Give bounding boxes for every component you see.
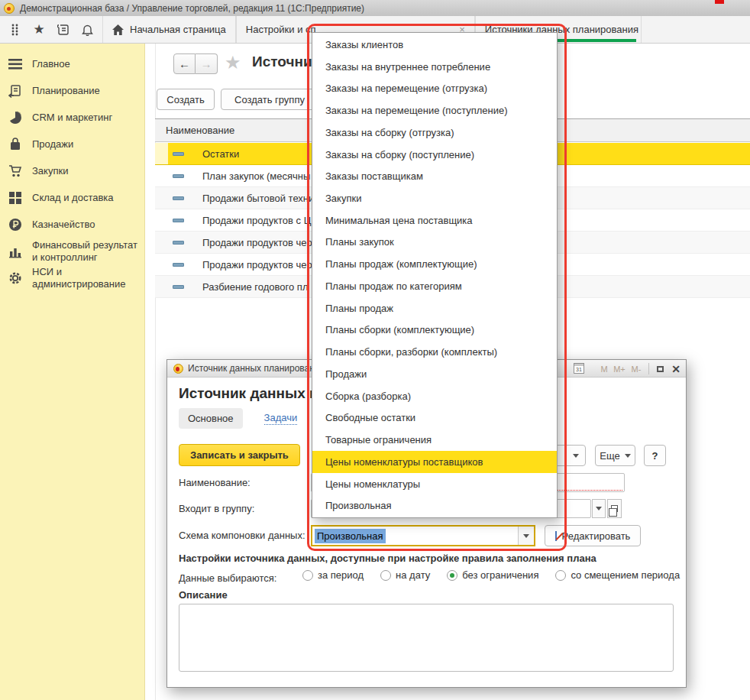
dialog-title: Источник данных планирования: — [188, 363, 327, 374]
radio-option[interactable]: со смещением периода — [555, 569, 680, 581]
radio-icon — [447, 570, 457, 581]
sidebar-item-crm[interactable]: CRM и маркетинг — [8, 104, 141, 131]
dropdown-option[interactable]: Заказы на внутреннее потребление — [312, 56, 557, 78]
dropdown-option[interactable]: Планы закупок — [312, 232, 557, 254]
window-titlebar: Демонстрационная база / Управление торго… — [0, 0, 750, 16]
section-title: Настройки источника данных, доступные пр… — [179, 553, 596, 564]
dcs-selected-value: Произвольная — [315, 529, 386, 543]
sidebar-item-finance[interactable]: Финансовый результат и контроллинг — [8, 238, 141, 264]
dropdown-option[interactable]: Произвольная — [312, 494, 557, 517]
element-dash-icon — [173, 263, 184, 267]
edit-dcs-button[interactable]: Редактировать — [545, 525, 641, 546]
group-dropdown-button[interactable] — [592, 499, 606, 518]
description-textarea[interactable] — [179, 604, 674, 672]
bag-icon — [8, 138, 22, 151]
gear-icon — [8, 271, 22, 285]
sidebar-item-main[interactable]: Главное — [8, 50, 141, 77]
group-open-button[interactable] — [607, 499, 622, 518]
dropdown-option[interactable]: Цены номенклатуры — [312, 473, 557, 495]
chevron-down-icon — [596, 507, 602, 510]
history-icon[interactable] — [54, 21, 73, 39]
tab-main[interactable]: Основное — [179, 408, 243, 429]
element-dash-icon — [173, 174, 184, 178]
create-button[interactable]: Создать — [157, 89, 215, 110]
window-close-fragment — [715, 0, 724, 4]
more-button[interactable]: Еще — [595, 445, 635, 466]
dropdown-option[interactable]: Планы продаж — [312, 297, 557, 319]
sidebar-item-planning[interactable]: Планирование — [8, 77, 141, 104]
element-dash-icon — [173, 152, 184, 156]
memory-button[interactable]: M — [599, 362, 609, 375]
planning-icon — [8, 84, 22, 98]
radio-icon — [555, 570, 566, 581]
service-menu-icon[interactable] — [6, 21, 24, 39]
dropdown-option[interactable]: Сборка (разборка) — [312, 385, 557, 407]
sidebar-item-warehouse[interactable]: Склад и доставка — [8, 184, 141, 211]
dropdown-option[interactable]: Товарные ограничения — [312, 429, 557, 451]
memory-minus-button[interactable]: M- — [629, 362, 643, 375]
1c-app-icon[interactable] — [4, 3, 15, 14]
name-label: Наименование: — [179, 477, 251, 488]
save-and-close-button[interactable]: Записать и закрыть — [179, 444, 300, 466]
sidebar-item-treasury[interactable]: Казначейство — [8, 211, 141, 238]
tab-home[interactable]: Начальная страница — [102, 16, 236, 43]
pie-chart-icon — [8, 111, 22, 125]
element-dash-icon — [173, 219, 184, 222]
dropdown-option[interactable]: Заказы на перемещение (отгрузка) — [312, 77, 557, 99]
dropdown-option[interactable]: Планы сборки, разборки (комплекты) — [312, 341, 557, 363]
bar-chart-icon — [8, 245, 22, 258]
notifications-bell-icon[interactable] — [78, 21, 96, 39]
dropdown-option[interactable]: Закупки — [312, 187, 557, 209]
close-icon[interactable]: ✕ — [670, 362, 682, 375]
help-button[interactable]: ? — [644, 445, 666, 466]
description-label: Описание — [179, 589, 228, 601]
application-window: Демонстрационная база / Управление торго… — [0, 0, 750, 700]
cart-icon — [8, 164, 22, 178]
dropdown-option[interactable]: Планы продаж (комплектующие) — [312, 253, 557, 275]
group-label: Входит в группу: — [179, 503, 254, 514]
sidebar-item-admin[interactable]: НСИ и администрирование — [8, 264, 141, 291]
favorites-star-icon[interactable]: ★ — [30, 21, 48, 39]
radio-icon — [302, 570, 313, 581]
dropdown-option[interactable]: Планы продаж по категориям — [312, 275, 557, 297]
grid-icon — [8, 191, 22, 205]
dropdown-option[interactable]: Цены номенклатуры поставщиков — [312, 451, 557, 473]
dropdown-option[interactable]: Продажи — [312, 363, 557, 385]
element-dash-icon — [173, 241, 184, 245]
home-icon — [112, 24, 124, 35]
menu-icon — [8, 59, 22, 70]
radio-option[interactable]: на дату — [380, 569, 430, 581]
dcs-label: Схема компоновки данных: — [179, 530, 305, 541]
dcs-combobox[interactable]: Произвольная — [311, 525, 535, 546]
titlebar-separator — [648, 363, 649, 374]
maximize-icon[interactable] — [654, 362, 666, 375]
dropdown-option[interactable]: Заказы на сборку (поступление) — [312, 144, 557, 166]
radio-option[interactable]: за период — [302, 569, 364, 581]
sidebar-item-sales[interactable]: Продажи — [8, 131, 141, 157]
calendar-icon[interactable]: 31 — [574, 363, 584, 374]
forward-button[interactable]: → — [196, 53, 218, 74]
element-dash-icon — [173, 285, 184, 289]
create-group-button[interactable]: Создать группу — [221, 89, 318, 110]
period-label: Данные выбираются: — [179, 572, 276, 584]
dcs-dropdown-list: Заказы клиентов Заказы на внутреннее пот… — [312, 32, 558, 518]
dcs-dropdown-button[interactable] — [518, 527, 534, 545]
period-radio-group: за период на дату без ограничения со сме… — [302, 569, 680, 581]
dropdown-option[interactable]: Заказы на сборку (отгрузка) — [312, 122, 557, 144]
dropdown-option[interactable]: Планы сборки (комплектующие) — [312, 319, 557, 342]
dropdown-option[interactable]: Минимальная цена поставщика — [312, 209, 557, 232]
dropdown-option[interactable]: Заказы поставщикам — [312, 165, 557, 187]
favorite-star-icon[interactable]: ★ — [225, 52, 241, 73]
open-icon — [611, 505, 618, 512]
dropdown-option[interactable]: Заказы на перемещение (поступление) — [312, 99, 557, 122]
sidebar-item-purchases[interactable]: Закупки — [8, 157, 141, 184]
element-dash-icon — [173, 196, 184, 200]
dropdown-option[interactable]: Заказы клиентов — [312, 34, 557, 56]
chevron-down-icon — [523, 534, 529, 538]
tab-tasks[interactable]: Задачи — [264, 412, 298, 425]
1c-dialog-icon — [173, 364, 183, 374]
back-button[interactable]: ← — [173, 53, 196, 74]
memory-plus-button[interactable]: M+ — [613, 362, 626, 375]
dropdown-option[interactable]: Свободные остатки — [312, 407, 557, 429]
radio-option[interactable]: без ограничения — [447, 569, 538, 581]
